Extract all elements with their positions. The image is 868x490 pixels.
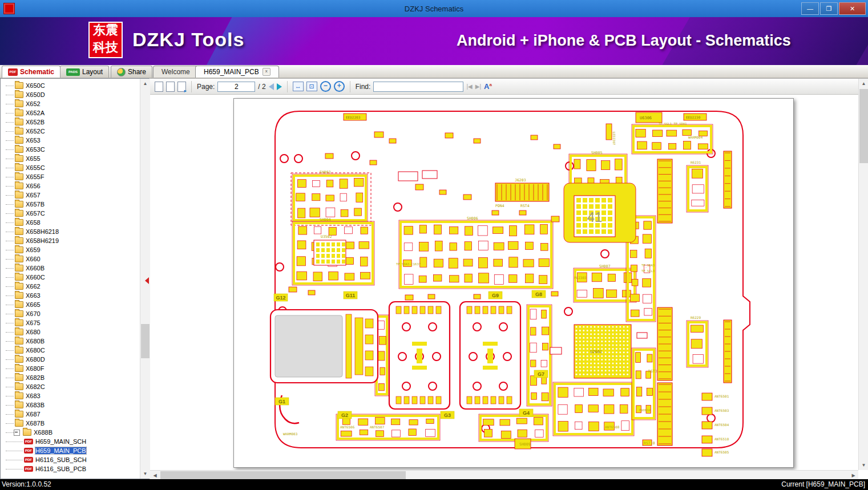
tree-item-x653[interactable]: X653 xyxy=(1,136,140,145)
tree-item-x658h6218[interactable]: X658H6218 xyxy=(1,227,140,236)
tree-item-x665[interactable]: X665 xyxy=(1,300,140,309)
svg-text:ANT6503: ANT6503 xyxy=(714,408,729,412)
minimize-button[interactable]: — xyxy=(801,2,819,15)
tree-item-x680d[interactable]: X680D xyxy=(1,355,140,364)
single-page-icon[interactable] xyxy=(155,82,163,92)
facing-pages-icon[interactable] xyxy=(166,82,175,92)
tree-item-x659[interactable]: X659 xyxy=(1,245,140,254)
tree-scroll-down-icon[interactable]: ▼ xyxy=(140,469,150,479)
tree-item-label: H6116_SUB_PCB xyxy=(35,465,86,472)
tree-item-x680b[interactable]: X680B xyxy=(1,337,140,346)
tree-item-label: X688B xyxy=(34,429,53,436)
find-previous-icon[interactable]: |◀ xyxy=(466,83,472,90)
viewer-vscrollbar[interactable]: ▲ ▼ xyxy=(858,79,868,470)
viewer-vscroll-thumb[interactable] xyxy=(859,89,868,163)
tab-schematic[interactable]: PDF Schematic xyxy=(2,66,60,78)
folder-icon xyxy=(15,219,23,226)
fit-page-icon[interactable]: ⊡ xyxy=(306,82,317,91)
tree-item-x657b[interactable]: X657B xyxy=(1,200,140,209)
tree-item-x660b[interactable]: X660B xyxy=(1,264,140,273)
tree-item-x656[interactable]: X656 xyxy=(1,181,140,191)
folder-icon xyxy=(15,347,23,354)
close-button[interactable]: ✕ xyxy=(839,2,866,15)
text-size-icon[interactable]: Aa xyxy=(484,82,492,91)
viewer-scroll-up-icon[interactable]: ▲ xyxy=(859,79,868,88)
tree-guide xyxy=(6,277,14,278)
tree-item-x655f[interactable]: X655F xyxy=(1,172,140,181)
tree-item-x650c[interactable]: X650C xyxy=(1,81,140,90)
tree-item-x687b[interactable]: X687B xyxy=(1,419,140,428)
tree-item-x675[interactable]: X675 xyxy=(1,318,140,327)
tree-item-x650d[interactable]: X650D xyxy=(1,90,140,99)
folder-icon xyxy=(15,82,23,89)
maximize-button[interactable]: ❐ xyxy=(820,2,838,15)
tree-item-x688b[interactable]: X688B xyxy=(1,428,140,437)
document-area[interactable]: 41G12G11G9G8G7G1G2G3G4SH003SH004SH006SH0… xyxy=(150,95,858,470)
tree-item-x655[interactable]: X655 xyxy=(1,154,140,163)
tab-share[interactable]: Share xyxy=(111,66,152,78)
tree-item-h6116_sub_pcb[interactable]: PDFH6116_SUB_PCB xyxy=(1,464,140,473)
tree-guide xyxy=(6,131,14,132)
svg-text:EED2203: EED2203 xyxy=(346,115,361,119)
next-page-icon[interactable] xyxy=(277,83,282,90)
tree-item-x652b[interactable]: X652B xyxy=(1,118,140,127)
tree-item-x653c[interactable]: X653C xyxy=(1,145,140,154)
tree-item-x682b[interactable]: X682B xyxy=(1,373,140,382)
tree-item-h659_main_pcb[interactable]: PDFH659_MAIN_PCB xyxy=(1,446,140,455)
tree-item-x683b[interactable]: X683B xyxy=(1,400,140,410)
tab-layout[interactable]: PADS Layout xyxy=(60,66,109,78)
zoom-in-icon[interactable]: + xyxy=(334,81,345,92)
folder-icon xyxy=(15,137,23,144)
folder-icon xyxy=(15,128,23,135)
tree-item-h6116_sub_sch[interactable]: PDFH6116_SUB_SCH xyxy=(1,455,140,464)
tree-item-x657c[interactable]: X657C xyxy=(1,209,140,218)
tree-item-x657[interactable]: X657 xyxy=(1,191,140,200)
svg-text:WARM003: WARM003 xyxy=(283,432,298,436)
tree-item-x682c[interactable]: X682C xyxy=(1,382,140,391)
pcb-page: 41G12G11G9G8G7G1G2G3G4SH003SH004SH006SH0… xyxy=(233,98,794,468)
tree-scroll-thumb[interactable] xyxy=(141,324,150,358)
svg-text:ANT6508: ANT6508 xyxy=(605,425,620,429)
folder-icon xyxy=(15,210,23,217)
tree-guide xyxy=(6,104,14,104)
tree-item-h659_main_sch[interactable]: PDFH659_MAIN_SCH xyxy=(1,437,140,446)
tree-item-x652c[interactable]: X652C xyxy=(1,127,140,136)
splitter-collapse-arrow[interactable] xyxy=(145,277,149,284)
tree-item-x670[interactable]: X670 xyxy=(1,309,140,318)
tree-item-x660[interactable]: X660 xyxy=(1,254,140,264)
viewer-hscroll-thumb[interactable] xyxy=(160,471,406,480)
tree-item-x662[interactable]: X662 xyxy=(1,282,140,291)
tree-item-x658[interactable]: X658 xyxy=(1,218,140,227)
page-input[interactable] xyxy=(217,82,255,92)
svg-text:ANT6506: ANT6506 xyxy=(340,425,355,429)
tree-item-x660c[interactable]: X660C xyxy=(1,273,140,282)
folder-icon xyxy=(15,192,23,199)
continuous-page-icon[interactable] xyxy=(177,82,186,92)
collapse-box-icon[interactable] xyxy=(14,430,20,436)
find-next-icon[interactable]: ▶| xyxy=(475,83,481,90)
viewer-scroll-down-icon[interactable]: ▼ xyxy=(859,460,868,470)
folder-icon xyxy=(15,329,23,335)
tree-item-x680[interactable]: X680 xyxy=(1,327,140,337)
tree-item-x680c[interactable]: X680C xyxy=(1,346,140,355)
tree-item-x687[interactable]: X687 xyxy=(1,410,140,419)
tree-item-x652[interactable]: X652 xyxy=(1,99,140,108)
tree-guide xyxy=(6,168,14,168)
zoom-out-icon[interactable]: − xyxy=(320,81,331,92)
previous-page-icon[interactable] xyxy=(269,83,274,90)
tree-item-x655c[interactable]: X655C xyxy=(1,163,140,172)
tree-item-x680f[interactable]: X680F xyxy=(1,364,140,373)
doc-tab-welcome[interactable]: Welcome xyxy=(153,66,199,78)
find-input[interactable] xyxy=(373,82,463,92)
tree-scroll-up-icon[interactable]: ▲ xyxy=(140,79,150,88)
tree-item-x658h6219[interactable]: X658H6219 xyxy=(1,236,140,245)
doc-tab-close-icon[interactable]: x xyxy=(263,68,271,76)
tree-guide xyxy=(6,332,14,333)
tree-item-label: X663 xyxy=(26,292,41,299)
folder-icon xyxy=(15,310,23,317)
tree-item-x683[interactable]: X683 xyxy=(1,391,140,400)
tree-item-x652a[interactable]: X652A xyxy=(1,108,140,118)
fit-width-icon[interactable]: ↔ xyxy=(293,82,304,91)
doc-tab-h659-main-pcb[interactable]: H659_MAIN_PCB x xyxy=(195,66,279,78)
tree-item-x663[interactable]: X663 xyxy=(1,291,140,300)
